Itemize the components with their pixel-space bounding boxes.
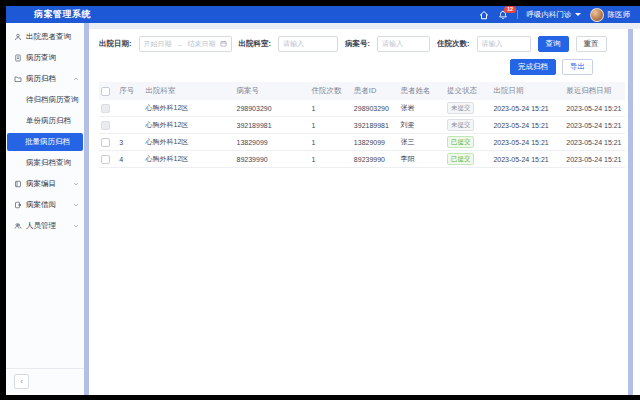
sidebar-subitem-label: 批量病历归档 bbox=[25, 137, 70, 147]
sidebar-subitem-label: 病案归档查询 bbox=[26, 158, 71, 168]
user-avatar bbox=[590, 8, 604, 22]
sidebar-subitem-batch-record-archive[interactable]: 批量病历归档 bbox=[7, 133, 83, 151]
col-header-archive-date: 最近归档日期 bbox=[564, 82, 625, 100]
cell-discharge-date: 2023-05-24 15:21 bbox=[491, 134, 564, 151]
cell-index bbox=[117, 117, 143, 134]
sidebar-item-label: 病历归档 bbox=[26, 74, 56, 84]
col-header-dept: 出院科室 bbox=[144, 82, 235, 100]
header-divider bbox=[517, 10, 518, 19]
sidebar-subitem-label: 单份病历归档 bbox=[26, 116, 71, 126]
sidebar-item-record-archiving[interactable]: 病历归档 bbox=[6, 68, 84, 89]
table-actions: 完成归档 导出 bbox=[99, 59, 625, 75]
row-checkbox[interactable] bbox=[101, 155, 110, 164]
sidebar-item-record-cataloging[interactable]: 病案编目 bbox=[6, 173, 84, 194]
chevron-down-icon bbox=[73, 223, 79, 229]
col-header-patient-name: 患者姓名 bbox=[398, 82, 445, 100]
content-card: 出院日期: 开始日期 – 结束日期 出院科室: 请输入 bbox=[89, 29, 628, 395]
chevron-down-icon bbox=[73, 202, 79, 208]
catalog-icon bbox=[14, 180, 22, 188]
cell-archive-date: 2023-05-24 15:21 bbox=[564, 100, 625, 117]
discharge-dept-label: 出院科室: bbox=[239, 39, 272, 49]
discharge-date-range-input[interactable]: 开始日期 – 结束日期 bbox=[139, 36, 232, 52]
cell-patient-name: 刘雯 bbox=[398, 117, 445, 134]
sidebar-item-discharged-patient-query[interactable]: 出院患者查询 bbox=[6, 26, 84, 47]
cell-record-no: 298903290 bbox=[235, 100, 310, 117]
cell-record-no: 89239990 bbox=[235, 151, 310, 168]
record-no-input[interactable]: 请输入 bbox=[377, 36, 430, 52]
col-header-index: 序号 bbox=[117, 82, 143, 100]
sidebar-menu: 出院患者查询 病历查询 病历归档 bbox=[6, 23, 84, 368]
date-start-placeholder: 开始日期 bbox=[144, 39, 172, 49]
cell-times: 1 bbox=[309, 134, 351, 151]
borrow-icon bbox=[14, 201, 22, 209]
cell-index: 4 bbox=[117, 151, 143, 168]
sidebar-subitem-pending-archive-query[interactable]: 待归档病历查询 bbox=[7, 89, 83, 110]
main-area: 出院日期: 开始日期 – 结束日期 出院科室: 请输入 bbox=[89, 23, 640, 395]
export-button[interactable]: 导出 bbox=[562, 59, 593, 75]
search-button[interactable]: 查询 bbox=[538, 36, 569, 52]
chevron-left-icon: ‹ bbox=[20, 378, 23, 386]
reset-button[interactable]: 重置 bbox=[576, 36, 607, 52]
filter-bar: 出院日期: 开始日期 – 结束日期 出院科室: 请输入 bbox=[99, 36, 625, 52]
cell-patient-name: 张岩 bbox=[398, 100, 445, 117]
vertical-scrollbar[interactable] bbox=[628, 29, 633, 395]
folder-icon bbox=[14, 75, 22, 83]
record-no-label: 病案号: bbox=[345, 39, 370, 49]
cell-archive-date: 2023-05-24 15:21 bbox=[564, 134, 625, 151]
notification-bell-icon[interactable]: 12 bbox=[498, 10, 508, 20]
table-row[interactable]: 心胸外科12区 298903290 1 298903290 张岩 未提交 202… bbox=[99, 100, 625, 117]
discharge-dept-input[interactable]: 请输入 bbox=[278, 36, 338, 52]
col-header-record-no: 病案号 bbox=[235, 82, 310, 100]
table-row[interactable]: 3 心胸外科12区 13829099 1 13829099 张三 已提交 202… bbox=[99, 134, 625, 151]
sidebar-item-label: 病案编目 bbox=[26, 179, 56, 189]
user-name: 陈医师 bbox=[608, 10, 631, 20]
cell-index bbox=[117, 100, 143, 117]
status-badge: 未提交 bbox=[447, 119, 475, 132]
right-rail bbox=[628, 29, 640, 395]
cell-dept: 心胸外科12区 bbox=[144, 134, 235, 151]
department-selector[interactable]: 呼吸内科门诊 bbox=[527, 10, 581, 20]
table-row[interactable]: 心胸外科12区 392189981 1 392189981 刘雯 未提交 202… bbox=[99, 117, 625, 134]
sidebar-subitem-single-record-archive[interactable]: 单份病历归档 bbox=[7, 110, 83, 131]
top-header-bar: 病案管理系统 12 呼吸内科门诊 陈医师 bbox=[6, 6, 640, 23]
sidebar-subitem-archive-query[interactable]: 病案归档查询 bbox=[7, 152, 83, 173]
cell-times: 1 bbox=[309, 151, 351, 168]
sidebar-item-label: 病案借阅 bbox=[26, 200, 56, 210]
input-placeholder: 请输入 bbox=[382, 39, 403, 49]
user-icon bbox=[14, 33, 22, 41]
select-all-checkbox[interactable] bbox=[101, 87, 110, 96]
sidebar: 出院患者查询 病历查询 病历归档 bbox=[6, 23, 84, 395]
cell-patient-id: 89239990 bbox=[352, 151, 399, 168]
sidebar-item-personnel-management[interactable]: 人员管理 bbox=[6, 215, 84, 236]
cell-patient-id: 298903290 bbox=[352, 100, 399, 117]
calendar-icon bbox=[220, 40, 227, 48]
row-checkbox[interactable] bbox=[101, 121, 110, 130]
sidebar-item-record-borrowing[interactable]: 病案借阅 bbox=[6, 194, 84, 215]
file-icon bbox=[14, 54, 22, 62]
sidebar-collapse-button[interactable]: ‹ bbox=[14, 374, 29, 389]
admission-times-label: 住院次数: bbox=[437, 39, 470, 49]
sidebar-item-medical-record-query[interactable]: 病历查询 bbox=[6, 47, 84, 68]
discharge-date-label: 出院日期: bbox=[99, 39, 132, 49]
cell-dept: 心胸外科12区 bbox=[144, 151, 235, 168]
row-checkbox[interactable] bbox=[101, 104, 110, 113]
chevron-down-icon bbox=[575, 13, 581, 16]
row-checkbox[interactable] bbox=[101, 138, 110, 147]
complete-archive-button[interactable]: 完成归档 bbox=[510, 59, 556, 75]
cell-dept: 心胸外科12区 bbox=[144, 117, 235, 134]
admission-times-input[interactable]: 请输入 bbox=[477, 36, 531, 52]
home-icon[interactable] bbox=[479, 10, 489, 20]
cell-dept: 心胸外科12区 bbox=[144, 100, 235, 117]
department-label: 呼吸内科门诊 bbox=[527, 10, 572, 20]
cell-archive-date: 2023-05-24 15:21 bbox=[564, 151, 625, 168]
cell-patient-name: 李阳 bbox=[398, 151, 445, 168]
cell-discharge-date: 2023-05-24 15:21 bbox=[491, 117, 564, 134]
cell-patient-id: 392189981 bbox=[352, 117, 399, 134]
user-menu[interactable]: 陈医师 bbox=[590, 8, 631, 22]
chevron-up-icon bbox=[73, 76, 79, 82]
header-right-cluster: 12 呼吸内科门诊 陈医师 bbox=[479, 8, 631, 22]
sidebar-item-label: 病历查询 bbox=[26, 53, 56, 63]
table-row[interactable]: 4 心胸外科12区 89239990 1 89239990 李阳 已提交 202… bbox=[99, 151, 625, 168]
team-icon bbox=[14, 222, 22, 230]
cell-record-no: 392189981 bbox=[235, 117, 310, 134]
